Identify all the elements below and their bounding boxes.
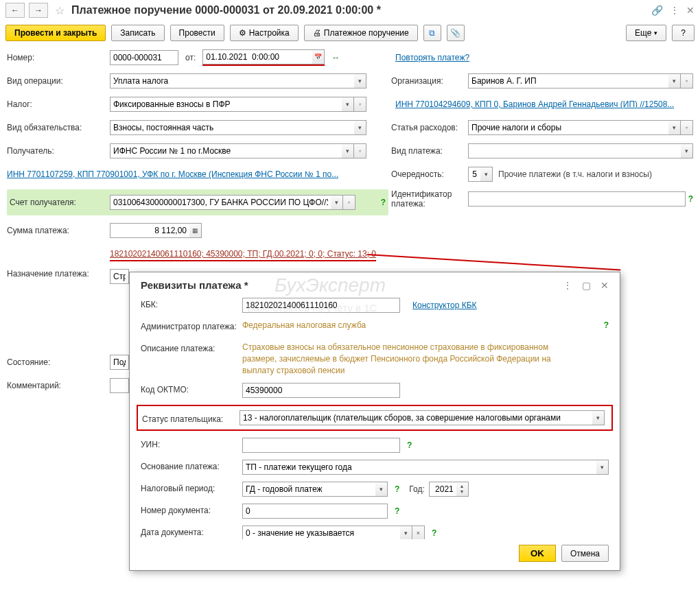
calc-icon[interactable]: ▦ xyxy=(189,223,202,238)
open-icon[interactable]: ▫ xyxy=(354,97,366,112)
status-input[interactable] xyxy=(240,410,592,425)
status-label: Статус плательщика: xyxy=(141,412,240,424)
pay-type-input[interactable] xyxy=(468,143,681,158)
dropdown-icon[interactable]: ▾ xyxy=(342,143,354,158)
basis-label: Основание платежа: xyxy=(141,460,242,471)
clear-icon[interactable]: × xyxy=(412,526,425,539)
expense-input[interactable] xyxy=(468,120,668,135)
dropdown-icon[interactable]: ▾ xyxy=(354,120,366,135)
number-input[interactable] xyxy=(110,50,178,65)
admin-label: Администратор платежа: xyxy=(141,320,242,331)
help-icon[interactable]: ? xyxy=(604,320,609,330)
priority-input[interactable] xyxy=(468,167,480,182)
period-input[interactable] xyxy=(242,482,375,497)
post-button[interactable]: Провести xyxy=(170,25,224,41)
basis-input[interactable] xyxy=(242,460,596,475)
date-input[interactable] xyxy=(202,49,312,64)
account-input[interactable] xyxy=(110,195,331,210)
transfer-icon[interactable]: ↔ xyxy=(331,53,340,62)
help-icon[interactable]: ? xyxy=(395,484,399,494)
dropdown-icon[interactable]: ▾ xyxy=(681,143,693,158)
open-icon[interactable]: ▫ xyxy=(354,143,366,158)
toolbar: Провести и закрыть Записать Провести ⚙На… xyxy=(0,21,700,45)
priority-desc: Прочие платежи (в т.ч. налоги и взносы) xyxy=(498,169,652,179)
dropdown-icon[interactable]: ▾ xyxy=(668,120,681,135)
comment-input[interactable] xyxy=(110,378,129,393)
oktmo-label: Код ОКТМО: xyxy=(141,383,242,394)
obligation-input[interactable] xyxy=(110,120,354,135)
org-input[interactable] xyxy=(468,73,668,88)
open-icon[interactable]: ▫ xyxy=(681,120,693,135)
open-icon[interactable]: ▫ xyxy=(681,73,693,88)
dropdown-icon[interactable]: ▾ xyxy=(592,410,605,425)
popup-title: Реквизиты платежа * xyxy=(141,279,563,291)
help-button[interactable]: ? xyxy=(672,25,695,41)
op-type-input[interactable] xyxy=(110,73,354,88)
help-icon[interactable]: ? xyxy=(381,198,386,207)
post-close-button[interactable]: Провести и закрыть xyxy=(5,25,106,41)
help-icon[interactable]: ? xyxy=(395,506,399,516)
kbk-constructor-link[interactable]: Конструктор КБК xyxy=(412,300,477,310)
expense-label: Статья расходов: xyxy=(391,123,468,132)
favorite-icon[interactable]: ☆ xyxy=(55,4,65,17)
kbk-input[interactable] xyxy=(242,298,400,313)
gear-icon: ⚙ xyxy=(239,28,246,38)
identifier-input[interactable] xyxy=(468,191,686,206)
docnum-input[interactable] xyxy=(242,504,388,519)
oktmo-input[interactable] xyxy=(242,383,400,398)
state-label: Состояние: xyxy=(7,357,110,367)
cancel-button[interactable]: Отмена xyxy=(561,545,609,562)
window-title: Платежное поручение 0000-000031 от 20.09… xyxy=(71,4,647,16)
printer-icon: 🖨 xyxy=(313,28,321,38)
link-icon[interactable]: 🔗 xyxy=(651,5,663,16)
dropdown-icon[interactable]: ▾ xyxy=(668,73,681,88)
ok-button[interactable]: OK xyxy=(519,545,556,562)
spinner-icon[interactable]: ▴▾ xyxy=(456,482,469,497)
year-input[interactable] xyxy=(429,482,456,497)
help-icon[interactable]: ? xyxy=(432,528,436,538)
more-button[interactable]: Еще ▾ xyxy=(626,25,666,41)
recipient-input[interactable] xyxy=(110,143,342,158)
uin-input[interactable] xyxy=(242,438,400,453)
print-button[interactable]: 🖨Платежное поручение xyxy=(304,25,418,41)
dropdown-icon[interactable]: ▾ xyxy=(400,526,412,539)
dropdown-icon[interactable]: ▾ xyxy=(342,97,354,112)
org-link[interactable]: ИНН 770104294609, КПП 0, Баринов Андрей … xyxy=(395,99,674,109)
menu-icon[interactable]: ⋮ xyxy=(670,5,679,16)
admin-value: Федеральная налоговая служба xyxy=(242,320,366,331)
amount-input[interactable] xyxy=(110,223,189,238)
related-icon[interactable]: ⧉ xyxy=(423,25,441,41)
tax-input[interactable] xyxy=(110,97,342,112)
dropdown-icon[interactable]: ▾ xyxy=(354,73,366,88)
amount-label: Сумма платежа: xyxy=(7,226,110,235)
desc-value: Страховые взносы на обязательное пенсион… xyxy=(242,342,579,376)
state-input[interactable] xyxy=(110,355,129,370)
popup-close-icon[interactable]: ✕ xyxy=(600,280,609,291)
purpose-prefix[interactable] xyxy=(110,269,129,284)
codes-link[interactable]: 18210202140061110160; 45390000; ТП; ГД.0… xyxy=(110,249,376,261)
help-icon[interactable]: ? xyxy=(688,194,693,204)
dropdown-icon[interactable]: ▾ xyxy=(596,460,609,475)
dropdown-icon[interactable]: ▾ xyxy=(331,195,343,210)
help-icon[interactable]: ? xyxy=(407,440,412,450)
docdate-input[interactable] xyxy=(242,526,400,539)
popup-max-icon[interactable]: ▢ xyxy=(582,280,591,291)
repeat-link[interactable]: Повторять платеж? xyxy=(395,53,469,62)
from-label: от: xyxy=(185,53,196,62)
close-icon[interactable]: ✕ xyxy=(686,5,695,16)
popup-menu-icon[interactable]: ⋮ xyxy=(563,280,572,291)
forward-button[interactable]: → xyxy=(29,3,48,18)
save-button[interactable]: Записать xyxy=(111,25,164,41)
purpose-label: Назначение платежа: xyxy=(7,269,110,280)
settings-button[interactable]: ⚙Настройка xyxy=(230,25,299,41)
period-label: Налоговый период: xyxy=(141,482,242,493)
back-button[interactable]: ← xyxy=(5,3,25,18)
attach-icon[interactable]: 📎 xyxy=(447,25,465,41)
dropdown-icon[interactable]: ▾ xyxy=(480,167,493,182)
recipient-link[interactable]: ИНН 7701107259, КПП 770901001, УФК по г.… xyxy=(7,169,338,179)
open-icon[interactable]: ▫ xyxy=(343,195,355,210)
dropdown-icon[interactable]: ▾ xyxy=(375,482,388,497)
calendar-icon[interactable]: 📅 xyxy=(312,49,325,64)
desc-label: Описание платежа: xyxy=(141,342,242,353)
payment-details-popup: Реквизиты платежа * ⋮ ▢ ✕ КБК: Конструкт… xyxy=(129,272,620,571)
